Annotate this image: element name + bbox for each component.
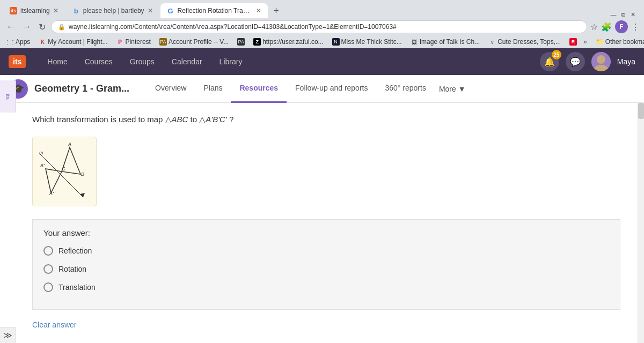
bookmark-image-label: Image of Talk Is Ch... [420,38,480,46]
sub-nav-360[interactable]: 360° reports [376,75,434,103]
nav-calendar[interactable]: Calendar [163,48,211,75]
svg-text:B: B [81,172,84,177]
course-nav: 🎓 Geometry 1 - Gram... Overview Plans Re… [0,75,644,103]
bookmark-accountprofile[interactable]: PA Account Profile -- V... [157,37,231,47]
profile-icon[interactable]: F [615,20,628,33]
bookmark-pinterest[interactable]: P Pinterest [114,37,153,47]
bartleby-favicon: b [72,7,80,14]
chevron-down-icon: ▼ [458,85,466,93]
clear-answer-link[interactable]: Clear answer [32,320,76,329]
sub-nav-followup[interactable]: Follow-up and reports [287,75,376,103]
nav-library[interactable]: Library [211,48,251,75]
left-panel-tab[interactable]: its [0,80,16,113]
radio-reflection[interactable] [43,246,53,256]
bookmark-accountprofile-label: Account Profile -- V... [169,38,229,46]
scrollbar[interactable] [638,103,644,343]
bookmark-r[interactable]: R [567,37,579,47]
address-text: wayne.itslearning.com/ContentArea/Conten… [69,23,580,31]
option-rotation-label: Rotation [58,265,86,273]
radio-rotation[interactable] [43,264,53,274]
sub-nav-links: Overview Plans Resources Follow-up and r… [147,75,435,103]
extensions-icon[interactable]: 🧩 [601,22,612,32]
myaccount-favicon: K [39,38,46,46]
tab-bartleby-label: please help | bartleby [83,7,144,14]
zaful-favicon: Z [253,38,261,46]
bookmark-cute[interactable]: v Cute Dresses, Tops,... [486,37,563,47]
missme-favicon: N [332,38,340,46]
bookmark-image[interactable]: 🖼 Image of Talk Is Ch... [408,37,482,47]
tab-bartleby-close[interactable]: ✕ [148,7,153,14]
forward-button[interactable]: → [20,21,33,33]
tab-itslearning-close[interactable]: ✕ [53,7,58,14]
option-translation-label: Translation [58,283,96,292]
answer-label: Your answer: [43,228,609,237]
option-reflection[interactable]: Reflection [43,246,609,256]
svg-text:A: A [68,141,71,147]
accountprofile-favicon: PA [159,38,167,46]
address-bar[interactable]: 🔒 wayne.itslearning.com/ContentArea/Cont… [51,20,587,33]
bookmark-missme[interactable]: N Miss Me Thick Stitc... [330,37,404,47]
main-content: Which transformation is used to map △ABC… [0,103,638,343]
bookmark-zaful[interactable]: Z https://user.zaful.co... [251,37,325,47]
notification-badge: 25 [552,50,561,59]
sub-nav-more[interactable]: More ▼ [435,75,470,103]
r-favicon: R [569,38,577,46]
answer-section: Your answer: Reflection Rotation Transla… [32,219,620,310]
sub-nav-resources[interactable]: Resources [231,75,287,103]
bookmark-apps[interactable]: ⋮⋮ Apps [4,37,32,47]
bookmark-zaful-label: https://user.zaful.co... [262,38,323,46]
star-icon[interactable]: ☆ [590,22,598,32]
tab-google[interactable]: G Reflection Rotation Translation - ✕ [160,3,268,18]
minimize-button[interactable]: — [610,11,617,18]
bookmark-missme-label: Miss Me Thick Stitc... [341,38,402,46]
messages-button[interactable]: 💬 [566,52,585,71]
restore-button[interactable]: ⧉ [619,11,627,18]
image-favicon: 🖼 [411,38,418,46]
option-rotation[interactable]: Rotation [43,264,609,274]
nav-groups[interactable]: Groups [121,48,163,75]
nav-right: 🔔 25 💬 Maya [540,52,635,71]
question-image: A B C A' B' m [32,137,97,206]
notifications-button[interactable]: 🔔 25 [540,52,559,71]
bookmarks-more[interactable]: » [583,38,587,46]
transformation-figure: A B C A' B' m [35,139,94,204]
option-translation[interactable]: Translation [43,282,609,292]
tab-itslearning-label: itslearning [20,7,50,14]
bookmark-pa[interactable]: PA [235,37,247,47]
its-nav: its Home Courses Groups Calendar Library… [0,48,644,75]
close-button[interactable]: ✕ [629,11,636,18]
course-title: Geometry 1 - Gram... [34,83,129,94]
cute-favicon: v [488,38,496,46]
question-text: Which transformation is used to map △ABC… [32,114,620,126]
tab-google-close[interactable]: ✕ [256,7,261,14]
svg-point-0 [597,55,605,64]
nav-courses[interactable]: Courses [76,48,121,75]
menu-icon[interactable]: ⋮ [631,22,640,32]
new-tab-button[interactable]: + [269,3,284,18]
avatar[interactable] [591,52,611,71]
user-name[interactable]: Maya [617,57,635,66]
scrollbar-thumb[interactable] [638,103,644,119]
svg-point-1 [594,65,609,71]
reload-button[interactable]: ↻ [36,21,48,33]
bookmark-pinterest-label: Pinterest [126,38,151,46]
radio-translation[interactable] [43,282,53,292]
svg-text:B': B' [40,163,45,168]
sub-nav-plans[interactable]: Plans [195,75,231,103]
pinterest-favicon: P [116,38,124,46]
more-label: More [439,85,456,93]
its-favicon: its [10,7,17,14]
tab-bartleby[interactable]: b please help | bartleby ✕ [66,3,159,18]
tab-itslearning[interactable]: its itslearning ✕ [3,3,65,18]
tab-google-label: Reflection Rotation Translation - [178,7,253,14]
back-button[interactable]: ← [4,21,17,33]
nav-home[interactable]: Home [39,48,76,75]
expand-button[interactable]: ≫ [0,327,16,343]
its-logo[interactable]: its [9,55,26,68]
bookmark-myaccount[interactable]: K My Account | Flight... [36,37,109,47]
google-favicon: G [167,7,174,14]
sub-nav-overview[interactable]: Overview [147,75,195,103]
svg-text:m: m [39,150,43,155]
bookmark-other-icon: 📁 [596,38,604,46]
bookmark-other[interactable]: 📁 Other bookmarks [594,37,644,47]
